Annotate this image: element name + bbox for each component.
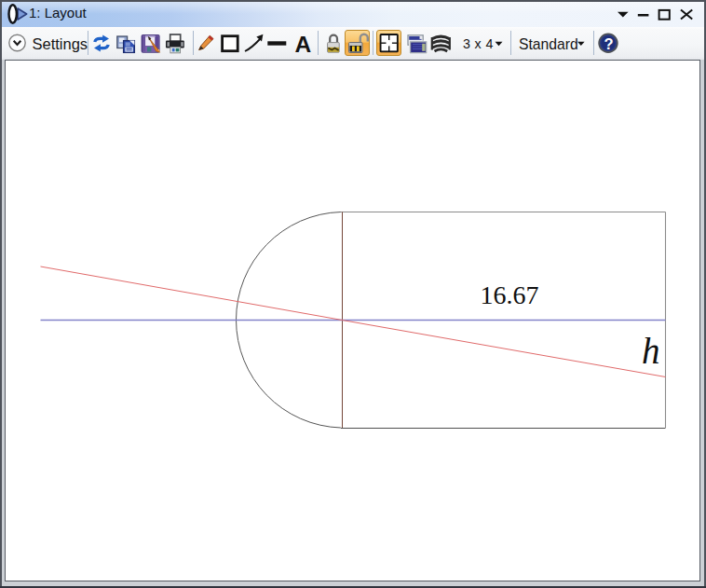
svg-text:h: h — [642, 331, 660, 371]
svg-text:?: ? — [604, 35, 614, 52]
svg-text:16.67: 16.67 — [481, 280, 539, 309]
svg-text:A: A — [295, 32, 312, 57]
